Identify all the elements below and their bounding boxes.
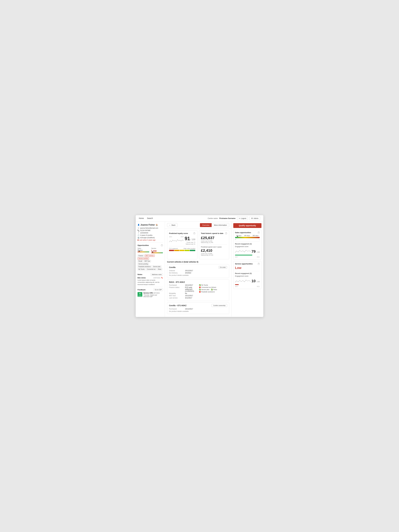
spend-national-avg: National avg: £1,440 [201, 242, 227, 243]
spend-card-title: Total historic spend to date ? [201, 232, 227, 234]
vehicle-name-0: Corolla [169, 266, 175, 268]
feedback-title: Feedback [138, 289, 146, 291]
profile-location: 🏢 Inchcape (Guildford) [138, 237, 163, 239]
add-notes-button[interactable]: Add/view notes [151, 273, 163, 276]
opportunity-tags-3: Roadside assistance Service plan [138, 266, 163, 268]
no-product-0: No product details available [169, 274, 227, 276]
service-engagement-score-label: Engagement score [235, 275, 260, 277]
phone-icon: 📞 [138, 229, 139, 231]
service-pointer [152, 251, 153, 252]
profile-id: # 223334444 [138, 232, 163, 234]
feedback-section: Feedback Go to CSP [138, 288, 163, 291]
nav-links: Home Search [139, 217, 208, 220]
center-toolbar: ← Back Overview More information [165, 222, 231, 229]
predicted-national-avg: National avg: £2,128 [201, 254, 227, 256]
loyalty-card: Predicted loyalty score ? 2022 2023 [167, 230, 197, 259]
service-eng-score: 10 [252, 279, 256, 283]
spend-help-icon[interactable]: ? [225, 232, 227, 234]
clv-bar-3 [179, 250, 184, 251]
gear-icon: ⚙ [251, 217, 253, 219]
feedback-details: Service CRS 4/07/2021 "Friendly, helpful… [143, 292, 163, 298]
engagement-chart-container [235, 248, 251, 255]
nav-right: Centre name Firstname Surname ↪ Logout ⚙… [208, 216, 260, 220]
last-active: Last active 4 years ago [138, 239, 163, 241]
vehicle-header-1: RAV4 – ET1 6GKZ [169, 281, 227, 283]
back-button[interactable]: ← Back [167, 223, 177, 227]
clv-label: CLV segment [169, 248, 178, 249]
service-label: Service [151, 247, 163, 249]
predicted-centre-avg: Centre avg: £3,860 [201, 253, 227, 254]
dot-red-icon: 🔴 [199, 286, 201, 288]
vehicles-title: Current vehicles 2 (total vehicles 5) [167, 261, 229, 263]
logout-button[interactable]: ↪ Logout [237, 216, 248, 220]
service-help-icon[interactable]: ? [258, 263, 260, 265]
score-badge: 9 /10 Promoter [138, 292, 142, 297]
nav-home[interactable]: Home [139, 217, 144, 220]
admin-button[interactable]: ⚙ Admin [249, 216, 260, 220]
app-window: Home Search Centre name Firstname Surnam… [136, 215, 263, 317]
sales-help-icon[interactable]: ? [258, 232, 260, 234]
service-eng-year-labels: 2017 2021 [235, 286, 260, 287]
dot-green-icon: ✅ [199, 289, 201, 291]
vehicle-card-0: Corolla On order Ordered 15/12/2017 Est … [167, 264, 229, 278]
tag-recall: Recall [138, 260, 143, 262]
note-date: 14/07/2021 🔖 [153, 277, 163, 279]
engagement-layout: 79 / 100 [235, 248, 260, 255]
product-my-toyota: ✅ My Toyota [199, 284, 227, 286]
service-score-container: 10 / 100 [252, 279, 260, 283]
confirm-ownership-button[interactable]: Confirm ownership [211, 304, 227, 307]
feedback-meta: Service CRS 4/07/2021 [143, 292, 163, 294]
vehicle-products-1: ✅ My Toyota 🔴 Connected car (Active) ✅ [199, 284, 227, 299]
tag-roadside: Roadside assistance [138, 266, 152, 268]
tag-my-toyota: My Toyota [138, 268, 145, 270]
tag-finance: Finance [138, 254, 144, 257]
service-engagement-chart-container [235, 278, 251, 284]
nav-username: Firstname Surname [219, 217, 235, 219]
sales-pointer [139, 250, 140, 251]
predicted-amount: £2,410 [201, 248, 227, 253]
service-level: Low [235, 266, 260, 270]
nav-centre-label: Centre name [208, 217, 218, 219]
vehicle-details-0: Ordered 15/12/2017 Est Delivery 3/4/2022 [169, 270, 227, 274]
tab-group: Overview More information [200, 223, 229, 227]
days-180: 180 days [244, 235, 250, 236]
profile-tenure: 🕐 4 years 8 months [138, 234, 163, 236]
person-icon: 👤 [138, 224, 140, 226]
vd-row: Ordered 15/12/2017 [169, 270, 227, 272]
help-icon[interactable]: ? [161, 244, 163, 247]
vehicle-details-1: Purchased 15/12/2017 Finance status PCP … [169, 284, 197, 299]
tab-more-info[interactable]: More information [212, 223, 229, 227]
service-engagement-title: Recent engagment (0) [235, 272, 260, 274]
nav-search[interactable]: Search [147, 217, 153, 220]
sales-opp-title: Sales opportunities ? [235, 232, 260, 234]
home-icon: 🏠 [156, 224, 158, 226]
engagement-score-container: 79 / 100 [252, 249, 260, 254]
sales-opportunity: Sales 90 days [138, 247, 149, 253]
tab-overview[interactable]: Overview [200, 223, 212, 227]
nav-bar: Home Search Centre name Firstname Surnam… [136, 215, 263, 222]
feedback-quote: "Friendly, helpful and informed staff" [143, 294, 163, 298]
note-text: Lorem ipsum dolor sit amet, consectetur … [138, 279, 163, 286]
vd-row: Finance status PCP early settlement (11/… [169, 286, 197, 292]
vehicle-name-2: Corolla – ET1 6GKZ [169, 304, 186, 307]
vehicle-header-2: Corolla – ET1 6GKZ Confirm ownership [169, 304, 227, 307]
loyalty-centre-avg: Centre avg: 72 [185, 242, 195, 243]
engagement-bar-green [235, 255, 252, 255]
loyalty-help-icon[interactable]: ? [193, 232, 195, 234]
engagement-score: 79 [252, 249, 256, 253]
engagement-chart [235, 248, 251, 254]
loyalty-year-labels: 2022 2023 [169, 236, 184, 238]
engagement-title: Recent engagment (3) [235, 243, 260, 245]
hash-icon: # [138, 232, 139, 234]
go-csp-button[interactable]: Go to CSP [153, 288, 163, 291]
tag-mot-due: MOT due [144, 260, 151, 262]
feedback-item: 9 /10 Promoter Service CRS 4/07/2021 "Fr… [138, 292, 163, 298]
dot-green-icon: ✅ [199, 284, 201, 286]
qualify-button[interactable]: Qualify opportunity [233, 223, 261, 228]
main-content: 👤 Joanne Fisher 🏠 ✉ joanne.fisher@email.… [136, 222, 263, 317]
clv-bar-2 [174, 250, 179, 251]
tag-service-overdue: Service overdue [138, 257, 149, 260]
opportunity-tags-4: My Toyota Connected car Relax [138, 268, 163, 270]
product-connected-car: 🔴 Connected car (Active) [199, 286, 227, 288]
clv-high-label: High value loyalist [184, 248, 195, 249]
